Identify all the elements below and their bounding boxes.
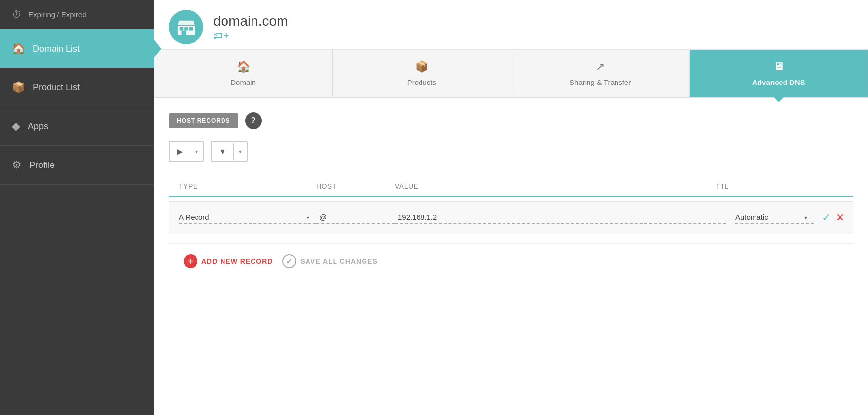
dns-content: HOST RECORDS ? ▶ ▾ ▼ ▾ Type xyxy=(154,98,868,415)
play-dropdown-arrow: ▾ xyxy=(190,143,203,160)
sidebar-domain-list-label: Domain List xyxy=(33,44,80,54)
filter-icon: ▼ xyxy=(212,142,233,161)
sidebar-item-expiring[interactable]: ⏱ Expiring / Expired xyxy=(0,0,154,29)
sidebar-item-domain-list[interactable]: 🏠 Domain List xyxy=(0,29,154,68)
controls-bar: ▶ ▾ ▼ ▾ xyxy=(169,141,853,162)
footer-actions: + ADD NEW RECORD ✓ SAVE ALL CHANGES xyxy=(169,243,853,279)
add-icon: + xyxy=(184,254,197,268)
save-icon: ✓ xyxy=(282,254,296,268)
tag-plus[interactable]: + xyxy=(224,31,229,41)
gear-icon: ⚙ xyxy=(12,159,22,171)
tab-advanced-dns[interactable]: 🖥 Advanced DNS xyxy=(690,50,868,97)
delete-button[interactable]: ✕ xyxy=(836,211,844,224)
save-label: SAVE ALL CHANGES xyxy=(300,257,377,265)
host-input[interactable] xyxy=(316,211,395,224)
confirm-button[interactable]: ✓ xyxy=(822,211,831,224)
sidebar: ⏱ Expiring / Expired 🏠 Domain List 📦 Pro… xyxy=(0,0,154,415)
sidebar-item-apps[interactable]: ◆ Apps xyxy=(0,107,154,146)
col-header-host: Host xyxy=(316,182,336,190)
host-records-header: HOST RECORDS ? xyxy=(169,112,853,129)
home-tab-icon: 🏠 xyxy=(237,60,250,73)
tab-products[interactable]: 📦 Products xyxy=(333,50,511,97)
svg-rect-2 xyxy=(184,27,188,31)
tab-advanced-dns-label: Advanced DNS xyxy=(752,78,805,86)
clock-icon: ⏱ xyxy=(12,9,22,20)
sharing-tab-icon: ↗ xyxy=(596,60,605,73)
svg-rect-1 xyxy=(180,27,184,31)
save-all-changes-button[interactable]: ✓ SAVE ALL CHANGES xyxy=(282,254,377,268)
tab-products-label: Products xyxy=(407,78,436,86)
sidebar-profile-label: Profile xyxy=(29,160,55,170)
filter-dropdown-button[interactable]: ▼ ▾ xyxy=(211,141,248,162)
col-header-type: Type xyxy=(179,182,198,190)
ttl-select-wrapper: Automatic 1 min 5 min 30 min 1 hour 6 ho… xyxy=(735,211,814,224)
sidebar-item-product-list[interactable]: 📦 Product List xyxy=(0,68,154,107)
play-dropdown-button[interactable]: ▶ ▾ xyxy=(169,141,204,162)
store-icon xyxy=(177,18,196,36)
filter-dropdown-arrow: ▾ xyxy=(233,143,247,160)
apps-icon: ◆ xyxy=(12,120,20,133)
col-header-ttl: TTL xyxy=(716,182,728,190)
svg-rect-3 xyxy=(189,27,193,31)
sidebar-product-list-label: Product List xyxy=(33,83,80,93)
tabs: 🏠 Domain 📦 Products ↗ Sharing & Transfer… xyxy=(154,50,868,98)
tab-domain-label: Domain xyxy=(230,78,256,86)
tab-sharing-label: Sharing & Transfer xyxy=(569,78,631,86)
dns-table: Type Host Value TTL A Record AAA xyxy=(169,176,853,233)
type-select-wrapper: A Record AAAA Record CNAME Record MX Rec… xyxy=(179,211,316,224)
add-record-label: ADD NEW RECORD xyxy=(201,257,273,265)
svg-rect-4 xyxy=(182,31,187,36)
host-records-badge: HOST RECORDS xyxy=(169,113,238,128)
domain-logo xyxy=(169,10,203,44)
domain-name: domain.com xyxy=(213,13,288,29)
help-symbol: ? xyxy=(251,116,256,125)
tag-icon: 🏷 xyxy=(213,31,222,41)
products-tab-icon: 📦 xyxy=(415,60,428,73)
help-button[interactable]: ? xyxy=(245,112,262,129)
sidebar-expiring-label: Expiring / Expired xyxy=(28,10,86,19)
main-content: domain.com 🏷 + 🏠 Domain 📦 Products ↗ Sha… xyxy=(154,0,868,415)
home-icon: 🏠 xyxy=(12,42,25,55)
table-headers: Type Host Value TTL xyxy=(169,176,853,197)
sidebar-item-profile[interactable]: ⚙ Profile xyxy=(0,146,154,185)
ttl-select[interactable]: Automatic 1 min 5 min 30 min 1 hour 6 ho… xyxy=(735,211,814,224)
table-row: A Record AAAA Record CNAME Record MX Rec… xyxy=(169,201,853,233)
row-action-buttons: ✓ ✕ xyxy=(814,211,853,224)
value-input[interactable] xyxy=(395,211,726,224)
add-new-record-button[interactable]: + ADD NEW RECORD xyxy=(184,254,273,268)
domain-tag: 🏷 + xyxy=(213,31,288,41)
col-header-value: Value xyxy=(395,182,418,190)
box-icon: 📦 xyxy=(12,81,25,94)
dns-tab-icon: 🖥 xyxy=(773,60,784,73)
type-select[interactable]: A Record AAAA Record CNAME Record MX Rec… xyxy=(179,211,316,224)
tab-sharing-transfer[interactable]: ↗ Sharing & Transfer xyxy=(511,50,690,97)
play-icon: ▶ xyxy=(170,142,190,161)
sidebar-apps-label: Apps xyxy=(28,121,48,132)
domain-header: domain.com 🏷 + xyxy=(154,0,868,50)
tab-domain[interactable]: 🏠 Domain xyxy=(154,50,333,97)
domain-info: domain.com 🏷 + xyxy=(213,13,288,41)
